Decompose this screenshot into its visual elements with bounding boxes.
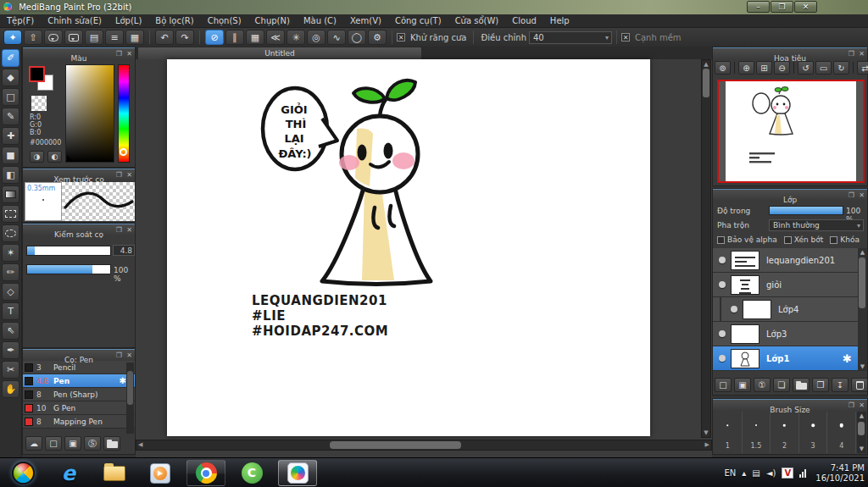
document-icon[interactable]: ▤ [85,30,103,45]
brush-row-pen[interactable]: 4.8 Pen ✱ [23,374,135,388]
scroll-down-icon[interactable]: ▼ [857,445,866,452]
hue-slider[interactable] [118,64,130,163]
minimize-button[interactable]: – [747,1,770,13]
layer-visibility-icon[interactable] [719,355,726,362]
bucket-tool[interactable]: ◧ [2,166,19,184]
snap-curve-icon[interactable]: ∿ [327,30,346,45]
action-center-icon[interactable]: ▤ [752,468,760,478]
menu-edit[interactable]: Chỉnh sửa(E) [41,14,108,28]
menu-layer[interactable]: Lớp(L) [108,14,148,28]
fill-rect-tool[interactable]: ■ [2,147,19,164]
layer-visibility-icon[interactable] [719,281,726,288]
upload-icon[interactable]: ⇧ [24,30,42,45]
brush-width-slider[interactable] [26,246,111,256]
document-tab[interactable]: Untitled [137,47,422,59]
menu-color[interactable]: Màu (C) [297,14,343,28]
brush-list-scrollbar[interactable] [126,362,134,434]
brush-cloud-download-icon[interactable]: ☁ [25,436,42,451]
add-1bit-layer-icon[interactable]: ① [754,378,771,392]
layer-row-gioi[interactable]: giỏi [713,273,859,297]
zoom-in-icon[interactable]: ⊕ [738,61,754,75]
brush-settings-gear-icon[interactable]: ✱ [120,376,126,385]
undo-icon[interactable]: ↶ [155,30,174,45]
taskbar-ie[interactable]: e [49,460,88,486]
saturation-value-picker[interactable] [65,64,114,163]
menu-help[interactable]: Help [543,14,576,28]
start-button[interactable] [3,460,42,486]
close-icon[interactable]: ✕ [859,401,865,411]
scroll-up-icon[interactable]: ▲ [858,249,867,256]
taskbar-coccoc[interactable]: C [232,460,271,486]
close-icon[interactable]: ✕ [126,49,132,59]
scroll-thumb[interactable] [859,257,865,308]
scroll-left-icon[interactable]: ◀ [138,440,142,450]
scroll-down-icon[interactable]: ▼ [858,363,867,370]
taskbar-explorer[interactable] [95,460,134,486]
medibang-home-icon[interactable]: ✦ [3,30,22,45]
popout-icon[interactable]: ❐ [849,49,854,59]
zoom-out-icon[interactable]: ⊖ [774,61,790,75]
menu-cloud[interactable]: Cloud [505,14,543,28]
shape-tool[interactable]: □ [2,88,19,106]
brush-size-scrollbar[interactable]: ▲ ▼ [857,412,866,453]
layer-row-lop3[interactable]: Lớp3 [713,322,859,346]
brush-row-mapping-pen[interactable]: 8 Mapping Pen [23,415,135,429]
snap-parallel-icon[interactable]: ∥ [225,30,244,45]
menu-tools[interactable]: Công cụ(T) [388,14,448,28]
zoom-tool-icon[interactable]: ⊚ [715,61,731,75]
rotate-right-icon[interactable]: ↻ [833,61,849,75]
layer-settings-gear-icon[interactable]: ✱ [843,352,852,365]
adjust-dropdown[interactable]: 40▾ [529,31,612,44]
menu-view[interactable]: Xem(V) [343,14,388,28]
canvas-horizontal-scrollbar[interactable]: ◀ ▶ [136,440,712,451]
menu-select[interactable]: Chọn(S) [201,14,248,28]
antialias-checkbox[interactable]: ✕ [397,33,405,42]
popout-icon[interactable]: ❐ [849,401,854,411]
scroll-down-icon[interactable]: ▼ [702,429,710,436]
brush-script-icon[interactable]: Ⓢ [84,436,101,451]
brush-add-icon[interactable]: □ [45,436,62,451]
layer-row-lop4[interactable]: Lớp4 [713,297,859,322]
brush-size-4[interactable]: 4 [827,412,856,453]
flip-horizontal-icon[interactable]: ⇄ [857,61,868,75]
rotate-left-icon[interactable]: ↺ [798,61,814,75]
canvas-vertical-scrollbar[interactable]: ▲ ▼ [701,59,711,438]
layer-row-lequangdien201[interactable]: lequangdien201 [713,248,859,273]
snap-concentric-icon[interactable]: ◎ [307,30,326,45]
divide-tool[interactable]: ✂ [2,361,19,379]
operation-tool[interactable]: ⇖ [2,322,19,340]
palette-add-icon[interactable]: ◐ [47,151,62,163]
close-button[interactable]: ✕ [794,1,817,13]
tiles-icon[interactable]: ▦ [125,30,144,45]
tray-expand-icon[interactable]: ▴ [742,468,746,478]
zoom-fit-icon[interactable]: ⊞ [756,61,772,75]
close-icon[interactable]: ✕ [126,225,132,235]
brush-folder-icon[interactable] [103,436,120,451]
restore-button[interactable]: ❐ [771,1,793,13]
lock-checkbox[interactable]: Khóa [830,235,860,244]
fit-width-icon[interactable]: ▭ [815,61,832,75]
select-pen-tool[interactable]: ✏ [2,263,19,281]
soft-edge-checkbox[interactable]: ✕ [621,33,630,42]
blend-mode-dropdown[interactable]: Bình thường ▾ [769,219,864,231]
brush-size-3[interactable]: 3 [799,412,828,453]
protect-alpha-checkbox[interactable]: Bảo vệ alpha [717,235,777,244]
taskbar-chrome[interactable] [186,460,225,486]
select-tool[interactable] [2,205,19,223]
lasso-tool[interactable] [2,224,19,242]
taskbar-media-player[interactable]: ▶ [141,460,180,486]
list-icon[interactable]: ≡ [105,30,124,45]
snap-vanishing-icon[interactable]: ≪ [266,30,285,45]
magic-wand-tool[interactable]: ✶ [2,244,19,262]
layer-list-scrollbar[interactable]: ▲ ▼ [858,248,867,371]
brush-size-2[interactable]: 2 [771,412,799,453]
merge-layer-icon[interactable]: ↧ [832,378,849,392]
palette-icon[interactable]: ◑ [30,151,44,163]
popout-icon[interactable]: ❐ [116,49,122,59]
unikey-icon[interactable]: V [782,468,793,479]
layer-opacity-slider[interactable] [769,206,843,215]
chat-icon[interactable] [64,30,83,45]
language-indicator[interactable]: EN [724,468,736,478]
snap-settings-icon[interactable]: ⚙ [368,30,387,45]
snap-grid-icon[interactable]: ▦ [246,30,264,45]
